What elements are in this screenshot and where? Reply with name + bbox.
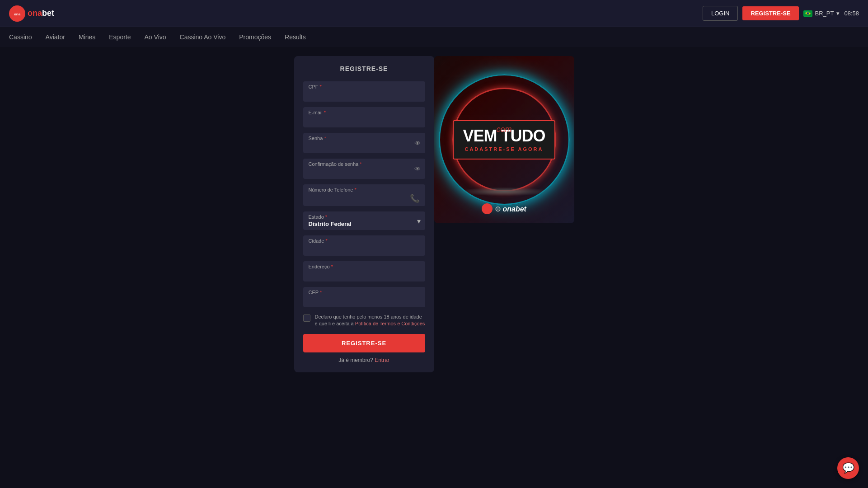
senha-input[interactable] <box>309 142 406 150</box>
header: ona onabet LOGIN REGISTRE-SE 🇧🇷 BR_PT ▾ … <box>0 0 868 27</box>
sidebar-item-aviator[interactable]: Aviator <box>46 33 65 41</box>
senha-field-group: Senha * 👁 <box>303 133 425 153</box>
promo-sub-text: CADASTRE-SE AGORA <box>463 146 545 152</box>
chat-icon: 💬 <box>842 462 854 474</box>
endereco-input[interactable] <box>309 270 420 279</box>
senha-required: * <box>324 136 326 141</box>
svg-point-2 <box>484 206 490 212</box>
language-selector[interactable]: 🇧🇷 BR_PT ▾ <box>803 10 840 17</box>
endereco-field-group: Endereço * <box>303 261 425 282</box>
svg-text:ona: ona <box>14 12 21 16</box>
sidebar-item-ao-vivo[interactable]: Ao Vivo <box>145 33 166 41</box>
register-submit-button[interactable]: REGISTRE-SE <box>303 334 425 352</box>
confirm-senha-required: * <box>360 161 361 167</box>
promo-inner: VEM TUDO com CADASTRE-SE AGORA <box>434 56 574 223</box>
senha-wrapper: Senha * 👁 <box>303 133 425 153</box>
promo-logo-text: ⊙ onabet <box>495 205 526 213</box>
promo-logo: ⊙ onabet <box>482 203 526 214</box>
terms-row: Declaro que tenho pelo menos 18 anos de … <box>303 314 425 328</box>
promo-text-box: VEM TUDO com CADASTRE-SE AGORA <box>453 120 555 160</box>
promo-logo-circle <box>482 203 493 214</box>
stage-shadow <box>459 187 549 196</box>
cidade-input[interactable] <box>309 244 420 253</box>
cpf-input[interactable] <box>309 90 420 99</box>
register-header-button[interactable]: REGISTRE-SE <box>742 6 798 20</box>
chevron-down-icon: ▾ <box>836 10 840 17</box>
estado-value: Distrito Federal <box>309 221 420 227</box>
telefone-input[interactable]: +55 <box>309 195 398 202</box>
estado-label: Estado * <box>309 214 420 220</box>
sidebar-item-cassino[interactable]: Cassino <box>9 33 32 41</box>
telefone-field-group: Número de Telefone * +55 📞 <box>303 184 425 206</box>
endereco-required: * <box>331 264 333 269</box>
email-input[interactable] <box>309 116 420 125</box>
terms-label: Declaro que tenho pelo menos 18 anos de … <box>315 314 425 328</box>
cep-wrapper: CEP * <box>303 287 425 307</box>
promo-cursive-overlay: com <box>496 125 511 134</box>
cep-input[interactable] <box>309 296 420 305</box>
panels: REGISTRE-SE CPF * E-mail * Senha * <box>294 56 574 372</box>
email-label: E-mail * <box>309 110 420 115</box>
main-content: REGISTRE-SE CPF * E-mail * Senha * <box>0 47 868 381</box>
clock-display: 08:58 <box>844 10 859 17</box>
sidebar-item-esporte[interactable]: Esporte <box>109 33 131 41</box>
terms-link[interactable]: Política de Termos e Condições <box>355 321 425 326</box>
cpf-required: * <box>320 84 322 89</box>
endereco-wrapper: Endereço * <box>303 261 425 282</box>
sidebar-item-mines[interactable]: Mines <box>79 33 95 41</box>
telefone-label: Número de Telefone * <box>309 187 420 192</box>
cidade-label: Cidade * <box>309 238 420 244</box>
chat-button[interactable]: 💬 <box>837 457 859 479</box>
cidade-field-group: Cidade * <box>303 235 425 256</box>
telefone-wrapper: Número de Telefone * +55 📞 <box>303 184 425 206</box>
terms-checkbox[interactable] <box>303 314 310 322</box>
logo: ona onabet <box>9 5 54 22</box>
login-button[interactable]: LOGIN <box>703 6 738 21</box>
logo-circle: ona <box>9 5 25 22</box>
already-member-text: Já é membro? Entrar <box>303 357 425 363</box>
register-form-container: REGISTRE-SE CPF * E-mail * Senha * <box>294 56 434 372</box>
header-right: LOGIN REGISTRE-SE 🇧🇷 BR_PT ▾ 08:58 <box>703 6 859 21</box>
confirm-senha-field-group: Confirmação de senha * 👁 <box>303 159 425 179</box>
cep-field-group: CEP * <box>303 287 425 307</box>
header-left: ona onabet <box>9 5 54 22</box>
promo-image: VEM TUDO com CADASTRE-SE AGORA <box>434 56 574 223</box>
cidade-wrapper: Cidade * <box>303 235 425 256</box>
cep-label: CEP * <box>309 290 420 295</box>
cidade-required: * <box>325 238 327 244</box>
confirm-senha-label: Confirmação de senha * <box>309 161 420 167</box>
sidebar-item-cassino-ao-vivo[interactable]: Cassino Ao Vivo <box>180 33 226 41</box>
flag-icon: 🇧🇷 <box>803 10 812 17</box>
register-form-title: REGISTRE-SE <box>303 65 425 72</box>
chevron-down-icon: ▾ <box>417 216 421 225</box>
cpf-label: CPF * <box>309 84 420 89</box>
telefone-required: * <box>354 187 356 192</box>
email-field-group: E-mail * <box>303 107 425 127</box>
estado-wrapper[interactable]: Estado * Distrito Federal ▾ <box>303 211 425 230</box>
sidebar-item-promocoes[interactable]: Promoções <box>239 33 271 41</box>
confirm-senha-wrapper: Confirmação de senha * 👁 <box>303 159 425 179</box>
endereco-label: Endereço * <box>309 264 420 269</box>
estado-field-group: Estado * Distrito Federal ▾ <box>303 211 425 230</box>
cpf-wrapper: CPF * <box>303 81 425 102</box>
email-wrapper: E-mail * <box>303 107 425 127</box>
login-link[interactable]: Entrar <box>375 357 389 363</box>
cep-required: * <box>320 290 322 295</box>
navigation: Cassino Aviator Mines Esporte Ao Vivo Ca… <box>0 27 868 47</box>
eye-slash-icon[interactable]: 👁 <box>414 140 421 147</box>
email-required: * <box>324 110 326 115</box>
phone-flag-icon: 📞 <box>410 193 420 203</box>
cpf-field-group: CPF * <box>303 81 425 102</box>
estado-required: * <box>325 214 327 220</box>
confirm-senha-input[interactable] <box>309 168 406 176</box>
senha-label: Senha * <box>309 136 420 141</box>
logo-text: onabet <box>28 9 54 18</box>
sidebar-item-results[interactable]: Results <box>285 33 306 41</box>
confirm-eye-slash-icon[interactable]: 👁 <box>414 165 421 173</box>
language-label: BR_PT <box>815 10 834 17</box>
